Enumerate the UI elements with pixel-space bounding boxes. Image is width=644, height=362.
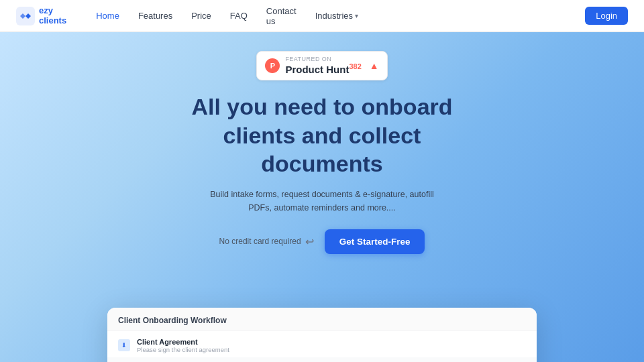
nav-links: Home Features Price FAQ Contact us Indus… bbox=[88, 2, 366, 30]
ph-name-line: Product Hunt382 bbox=[285, 62, 361, 76]
hero-subtext: Build intake forms, request documents & … bbox=[201, 188, 443, 215]
hero-heading: All you need to onboard clients and coll… bbox=[191, 93, 452, 178]
chevron-down-icon: ▾ bbox=[355, 12, 358, 19]
nav-faq[interactable]: FAQ bbox=[222, 7, 256, 25]
table-client-agreement: # TITLE STATUS LAST UPDATE 1 📄 bbox=[107, 357, 537, 362]
product-hunt-badge[interactable]: P FEATURED ON Product Hunt382 ▲ bbox=[256, 51, 387, 80]
nav-home[interactable]: Home bbox=[88, 7, 127, 25]
section-name-1: Client Agreement bbox=[137, 338, 229, 346]
arrow-icon: ↩ bbox=[305, 235, 314, 248]
preview-title: Client Onboarding Workflow bbox=[118, 316, 227, 325]
dashboard-preview: Client Onboarding Workflow ⬇ Client Agre… bbox=[107, 308, 537, 362]
product-hunt-info: FEATURED ON Product Hunt382 bbox=[285, 56, 361, 76]
ph-count: 382 bbox=[349, 62, 361, 70]
logo-icon bbox=[16, 7, 35, 25]
ph-name: Product Hunt bbox=[285, 64, 349, 75]
preview-header: Client Onboarding Workflow bbox=[107, 308, 537, 331]
section-header-1: ⬇ Client Agreement Please sign the clien… bbox=[107, 331, 537, 357]
logo-text: ezy clients bbox=[39, 6, 66, 25]
col-status-1: STATUS bbox=[278, 357, 386, 362]
section-desc-1: Please sign the client agreement bbox=[137, 346, 229, 353]
navbar: ezy clients Home Features Price FAQ Cont… bbox=[0, 0, 644, 32]
preview-container: Client Onboarding Workflow ⬇ Client Agre… bbox=[0, 276, 644, 362]
ph-arrow-icon: ▲ bbox=[370, 60, 379, 71]
section-icon-1: ⬇ bbox=[118, 339, 130, 351]
hero-section: P FEATURED ON Product Hunt382 ▲ All you … bbox=[0, 32, 644, 362]
logo[interactable]: ezy clients bbox=[16, 6, 66, 25]
login-button[interactable]: Login bbox=[585, 7, 628, 25]
col-title-1: TITLE bbox=[133, 357, 278, 362]
product-hunt-icon: P bbox=[265, 58, 280, 73]
nav-features[interactable]: Features bbox=[130, 7, 180, 25]
nav-contact[interactable]: Contact us bbox=[258, 2, 305, 30]
col-lastupdate-1: LAST UPDATE bbox=[386, 357, 537, 362]
nav-industries[interactable]: Industries ▾ bbox=[307, 7, 366, 25]
col-num-1: # bbox=[107, 357, 133, 362]
section-info-1: Client Agreement Please sign the client … bbox=[137, 338, 229, 353]
section-client-agreement: ⬇ Client Agreement Please sign the clien… bbox=[107, 331, 537, 362]
nav-price[interactable]: Price bbox=[183, 7, 219, 25]
no-credit-text: No credit card required ↩ bbox=[219, 235, 314, 248]
cta-area: No credit card required ↩ Get Started-Fr… bbox=[219, 229, 425, 254]
get-started-button[interactable]: Get Started-Free bbox=[325, 229, 425, 254]
ph-featured-text: FEATURED ON bbox=[285, 56, 361, 62]
